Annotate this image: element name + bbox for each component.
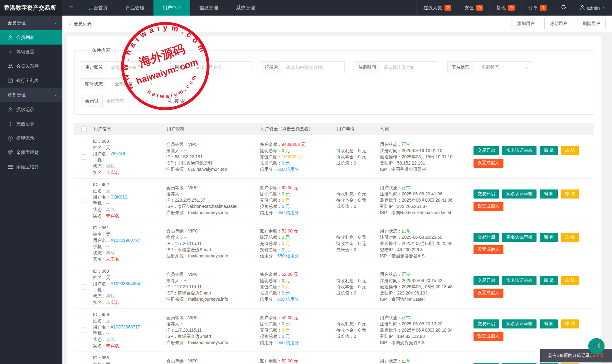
withdraw-total[interactable]: 0 元 xyxy=(282,191,290,196)
edit-button[interactable]: 编 辑 xyxy=(540,363,558,364)
invest-total[interactable]: 0 元 xyxy=(282,334,290,339)
set-fake-button[interactable]: 设置成假人 xyxy=(474,245,503,254)
user-account-input[interactable] xyxy=(107,61,161,73)
member-group-select[interactable]: 全部方式 ▼ xyxy=(103,95,153,107)
sidebar-item-member-network[interactable]: 会员关系网 xyxy=(0,59,62,73)
row-checkbox[interactable] xyxy=(81,154,86,160)
sidebar-item-flow-records[interactable]: 流水记录 xyxy=(0,102,62,117)
username-link[interactable]: A10873868717 xyxy=(110,324,140,329)
trade-toggle-button[interactable]: 交易开启 xyxy=(474,189,499,199)
account-balance[interactable]: 94890.00 元 xyxy=(282,142,305,147)
nav-item-info[interactable]: 信息管理 xyxy=(190,0,227,16)
account-balance[interactable]: 52.00 元 xyxy=(282,228,298,233)
realname-review-button[interactable]: 实名认证审核 xyxy=(502,233,537,242)
row-checkbox[interactable] xyxy=(81,241,86,246)
ip-search-input[interactable] xyxy=(282,61,345,73)
recharge-total[interactable]: 0 元 xyxy=(282,284,290,289)
nav-item-system[interactable]: 系统管理 xyxy=(227,0,264,16)
username-input[interactable] xyxy=(192,61,251,73)
edit-button[interactable]: 编 辑 xyxy=(540,233,558,242)
realname-review-button[interactable]: 实名认证审核 xyxy=(502,319,537,328)
set-fake-button[interactable]: 设置成假人 xyxy=(474,332,503,341)
credit-score[interactable]: 650 信用分 xyxy=(277,297,299,302)
edit-button[interactable]: 编 辑 xyxy=(540,276,558,285)
account-balance[interactable]: 52.00 元 xyxy=(282,358,298,363)
edit-button[interactable]: 编 辑 xyxy=(540,319,558,328)
freeze-button[interactable]: 冻 结 xyxy=(561,189,579,199)
set-fake-button[interactable]: 设置成假人 xyxy=(474,289,503,298)
delete-user-button[interactable]: 删除用户 xyxy=(577,18,606,29)
invest-total[interactable]: 0 元 xyxy=(282,204,290,209)
set-fake-button[interactable]: 设置成假人 xyxy=(474,202,503,211)
sidebar-item-level-settings[interactable]: ☆ 等级设置 xyxy=(0,45,62,59)
withdraw-total[interactable]: 0 元 xyxy=(282,321,290,326)
nav-item-user-center[interactable]: 用户中心 xyxy=(153,0,190,16)
invest-total[interactable]: 0 元 xyxy=(282,290,290,295)
freeze-button[interactable]: 冻 结 xyxy=(561,363,579,364)
reg-time-input[interactable] xyxy=(380,61,438,73)
stat-online-users[interactable]: 在线人数 2 xyxy=(416,0,458,16)
trade-toggle-button[interactable]: 交易开启 xyxy=(474,146,499,155)
username-link[interactable]: A10801960727 xyxy=(110,238,140,243)
freeze-button[interactable]: 冻 结 xyxy=(561,319,579,328)
trade-toggle-button[interactable]: 交易开启 xyxy=(474,276,499,285)
realname-review-button[interactable]: 实名认证审核 xyxy=(502,146,537,155)
account-balance[interactable]: 52.00 元 xyxy=(282,315,298,320)
freeze-button[interactable]: 冻 结 xyxy=(561,276,579,285)
trade-toggle-button[interactable]: 交易开启 xyxy=(474,319,499,328)
stat-orders[interactable]: 订单 1 xyxy=(521,0,553,16)
account-status-select[interactable]: -- 全部状态 -- ▼ xyxy=(107,78,157,90)
row-checkbox[interactable] xyxy=(81,284,86,290)
realname-review-button[interactable]: 实名认证审核 xyxy=(502,189,537,199)
invest-total[interactable]: 0 元 xyxy=(282,160,290,165)
search-button[interactable]: 搜 索 xyxy=(162,95,190,107)
trade-toggle-button[interactable]: 交易开启 xyxy=(474,363,499,364)
trade-toggle-button[interactable]: 交易开启 xyxy=(474,233,499,242)
sound-notification-button[interactable] xyxy=(588,338,605,354)
stat-recharge[interactable]: 充值 0 xyxy=(458,0,489,16)
withdraw-total[interactable]: 0 元 xyxy=(282,148,290,153)
username-link[interactable]: 789789 xyxy=(110,151,125,156)
nav-item-home[interactable]: 后台首页 xyxy=(80,0,117,16)
realname-review-button[interactable]: 实名认证审核 xyxy=(502,276,537,285)
set-fake-button[interactable]: 设置成假人 xyxy=(474,159,503,168)
credit-score[interactable]: 650 信用分 xyxy=(277,253,299,258)
credit-score[interactable]: 650 信用分 xyxy=(277,167,299,172)
withdraw-total[interactable]: 0 元 xyxy=(282,278,290,283)
freeze-user-button[interactable]: 冻结用户 xyxy=(544,18,573,29)
user-menu[interactable]: admin ∧ xyxy=(574,0,612,16)
credit-score[interactable]: 650 信用分 xyxy=(277,210,299,215)
credit-score[interactable]: 650 信用分 xyxy=(277,340,299,345)
recharge-total[interactable]: 0 元 xyxy=(282,198,290,203)
freeze-button[interactable]: 冻 结 xyxy=(561,233,579,242)
account-balance[interactable]: 52.00 元 xyxy=(282,272,298,277)
account-balance[interactable]: 62.00 元 xyxy=(282,185,298,190)
row-checkbox[interactable] xyxy=(81,328,86,333)
freeze-button[interactable]: 冻 结 xyxy=(561,146,579,155)
sidebar-item-yuebao-finance[interactable]: 余额宝理财 xyxy=(0,145,62,160)
username-link[interactable]: CQK012 xyxy=(110,194,127,199)
sidebar-item-member-list[interactable]: 会员列表 xyxy=(0,30,62,45)
edit-button[interactable]: 编 辑 xyxy=(540,146,558,155)
sidebar-item-bank-cards[interactable]: 银行卡列表 xyxy=(0,73,62,88)
username-link[interactable]: A10933354854 xyxy=(110,281,140,286)
recharge-total[interactable]: 0 元 xyxy=(282,241,290,246)
row-checkbox[interactable] xyxy=(81,198,86,203)
stat-withdraw[interactable]: 提现 0 xyxy=(489,0,521,16)
refresh-button[interactable] xyxy=(553,0,574,16)
withdraw-total[interactable]: 0 元 xyxy=(282,235,290,240)
nav-item-products[interactable]: 产品管理 xyxy=(117,0,153,16)
sidebar-group-finance-management[interactable]: 财务管理 ∨ xyxy=(0,88,62,102)
recharge-total[interactable]: 0 元 xyxy=(282,328,290,333)
invest-total[interactable]: 0 元 xyxy=(282,247,290,252)
sidebar-group-member-management[interactable]: 会员管理 ∨ xyxy=(0,16,62,30)
sidebar-item-yuebao-settlement[interactable]: 余额宝结算 xyxy=(0,160,62,174)
sidebar-item-withdraw-records[interactable]: ¥ 提现记录 xyxy=(0,131,62,145)
recharge-total[interactable]: 100000 元 xyxy=(282,154,302,159)
hamburger-menu-icon[interactable]: ≡ xyxy=(62,0,80,16)
select-all-checkbox[interactable] xyxy=(81,127,87,132)
realname-review-button[interactable]: 实名认证审核 xyxy=(502,363,537,364)
add-user-button[interactable]: 添加用户 xyxy=(512,18,540,29)
sidebar-item-recharge-records[interactable]: 充值记录 xyxy=(0,117,62,131)
edit-button[interactable]: 编 辑 xyxy=(540,189,558,199)
